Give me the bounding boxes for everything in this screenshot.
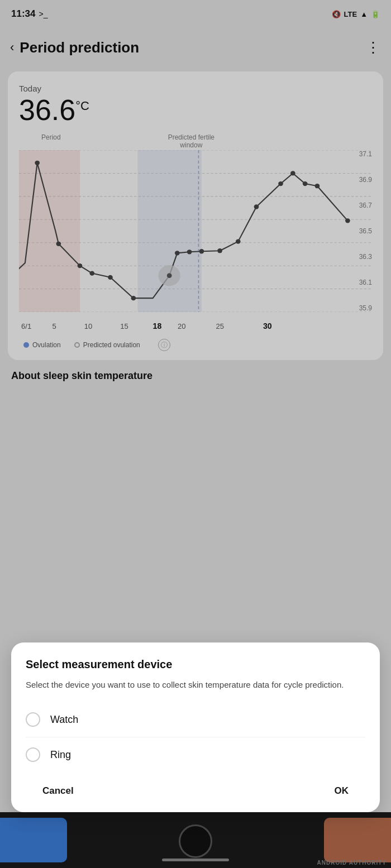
- ok-button[interactable]: OK: [318, 780, 366, 802]
- option-ring[interactable]: Ring: [26, 737, 365, 772]
- cancel-button[interactable]: Cancel: [26, 780, 90, 802]
- option-ring-label: Ring: [50, 749, 71, 761]
- measurement-device-dialog: Select measurement device Select the dev…: [11, 642, 380, 813]
- option-watch-label: Watch: [50, 714, 78, 726]
- dialog-description: Select the device you want to use to col…: [26, 679, 365, 692]
- dialog-title: Select measurement device: [26, 658, 365, 671]
- dialog-actions: Cancel OK: [26, 774, 365, 812]
- radio-ring[interactable]: [26, 747, 40, 762]
- dialog-options: Watch Ring: [26, 702, 365, 772]
- radio-watch[interactable]: [26, 712, 40, 727]
- option-watch[interactable]: Watch: [26, 702, 365, 737]
